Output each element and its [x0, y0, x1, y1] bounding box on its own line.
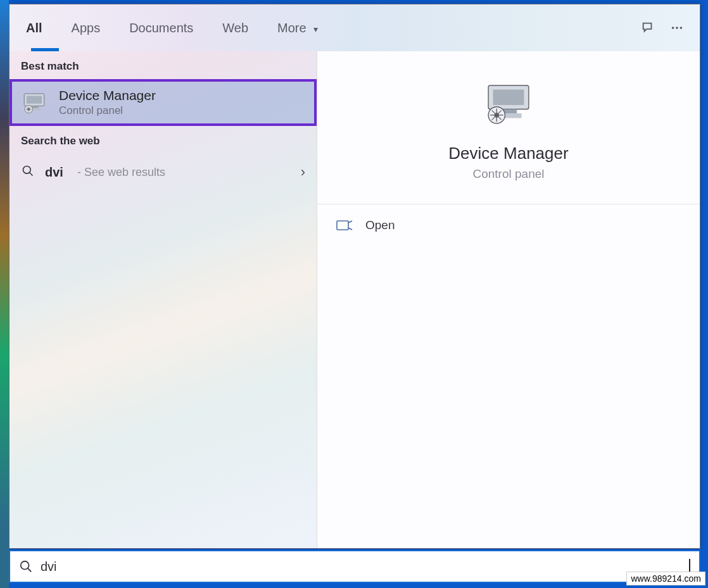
more-options-icon[interactable] — [666, 16, 688, 39]
results-column: Best match Device Manager Contro — [9, 51, 317, 548]
preview-title: Device Manager — [448, 144, 568, 163]
svg-rect-4 — [27, 96, 42, 104]
chevron-right-icon: › — [301, 164, 305, 180]
chevron-down-icon: ▾ — [313, 24, 318, 34]
svg-line-19 — [28, 568, 32, 572]
preview-column: Device Manager Control panel Open — [317, 51, 700, 548]
tab-documents[interactable]: Documents — [124, 15, 198, 42]
svg-rect-17 — [337, 221, 348, 230]
search-icon — [21, 165, 35, 180]
svg-rect-12 — [493, 90, 524, 105]
action-open-label: Open — [365, 218, 395, 232]
preview-header: Device Manager Control panel — [317, 51, 700, 204]
action-open[interactable]: Open — [317, 204, 700, 246]
section-best-match: Best match — [9, 51, 317, 79]
search-input[interactable] — [41, 560, 685, 574]
best-match-result[interactable]: Device Manager Control panel — [9, 79, 317, 126]
tab-apps[interactable]: Apps — [66, 15, 106, 42]
svg-point-16 — [495, 113, 500, 118]
tab-all[interactable]: All — [21, 15, 47, 42]
svg-point-0 — [672, 27, 674, 29]
section-search-web: Search the web — [9, 126, 317, 154]
search-body: Best match Device Manager Contro — [9, 51, 700, 548]
svg-point-9 — [23, 166, 31, 173]
web-query-text: dvi — [45, 165, 63, 180]
svg-point-18 — [21, 561, 29, 570]
web-result-item[interactable]: dvi - See web results › — [9, 154, 317, 191]
feedback-icon[interactable] — [636, 16, 659, 39]
svg-point-8 — [27, 108, 30, 111]
search-icon — [19, 560, 33, 573]
tab-more-label: More — [277, 21, 307, 35]
web-query-hint: - See web results — [77, 166, 165, 179]
best-match-subtitle: Control panel — [59, 104, 156, 117]
open-icon — [336, 219, 353, 232]
taskbar-search-box[interactable] — [9, 550, 700, 583]
svg-point-2 — [680, 27, 683, 29]
preview-subtitle: Control panel — [472, 167, 544, 181]
svg-point-1 — [676, 27, 678, 29]
best-match-text: Device Manager Control panel — [59, 88, 156, 117]
device-manager-large-icon — [480, 79, 537, 130]
taskbar-left-edge — [0, 0, 9, 588]
best-match-title: Device Manager — [59, 88, 156, 103]
tab-more[interactable]: More ▾ — [272, 15, 323, 42]
tab-web[interactable]: Web — [217, 15, 253, 42]
svg-line-10 — [30, 172, 33, 175]
search-filter-tabs: All Apps Documents Web More ▾ — [9, 4, 700, 51]
device-manager-icon — [21, 89, 47, 116]
windows-search-panel: All Apps Documents Web More ▾ Best match — [9, 4, 700, 549]
watermark: www.989214.com — [626, 572, 705, 585]
